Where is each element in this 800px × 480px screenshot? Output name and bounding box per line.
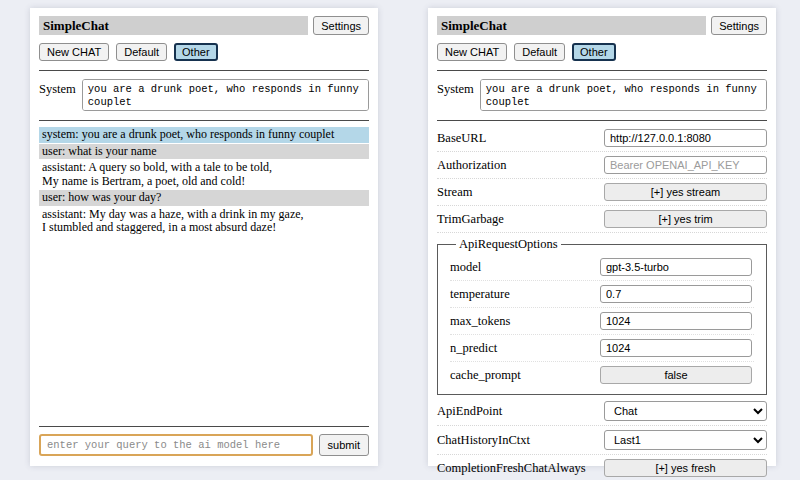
message-assistant: assistant: My day was a haze, with a dri…	[39, 207, 369, 236]
tab-default[interactable]: Default	[514, 43, 565, 61]
setting-label: ChatHistoryInCtxt	[437, 433, 530, 448]
fieldset-legend: ApiRequestOptions	[456, 237, 561, 252]
system-label: System	[437, 79, 474, 97]
system-label: System	[39, 79, 76, 97]
screenshot-stage: SimpleChat Settings New CHAT Default Oth…	[0, 0, 800, 480]
tab-new-chat[interactable]: New CHAT	[437, 43, 507, 61]
tab-other[interactable]: Other	[174, 43, 218, 61]
divider	[39, 120, 369, 121]
n-predict-input[interactable]	[600, 339, 752, 357]
session-tabs: New CHAT Default Other	[39, 43, 369, 61]
setting-label: BaseURL	[437, 131, 486, 146]
setting-model: model	[450, 254, 754, 281]
completion-fresh-toggle-button[interactable]: [+] yes fresh	[604, 459, 767, 477]
setting-completion-fresh: CompletionFreshChatAlways [+] yes fresh	[437, 455, 767, 480]
setting-baseurl: BaseURL	[437, 125, 767, 152]
chat-panel: SimpleChat Settings New CHAT Default Oth…	[30, 8, 378, 466]
app-title: SimpleChat	[39, 16, 308, 35]
setting-label: model	[450, 260, 481, 275]
chat-history-select[interactable]: Last1	[604, 430, 767, 450]
setting-label: max_tokens	[450, 314, 510, 329]
divider	[437, 70, 767, 71]
setting-label: ApiEndPoint	[437, 404, 502, 419]
session-tabs: New CHAT Default Other	[437, 43, 767, 61]
settings-form: BaseURL Authorization Stream [+] yes str…	[437, 125, 767, 480]
settings-button[interactable]: Settings	[313, 16, 369, 35]
chat-messages: system: you are a drunk poet, who respon…	[39, 127, 369, 237]
setting-chat-history-in-ctxt: ChatHistoryInCtxt Last1	[437, 426, 767, 455]
query-row: submit	[39, 429, 369, 458]
title-bar: SimpleChat Settings	[39, 16, 369, 35]
setting-label: Authorization	[437, 158, 506, 173]
settings-button[interactable]: Settings	[711, 16, 767, 35]
api-endpoint-select[interactable]: Chat	[604, 401, 767, 421]
submit-button[interactable]: submit	[319, 434, 369, 456]
setting-stream: Stream [+] yes stream	[437, 179, 767, 206]
setting-api-endpoint: ApiEndPoint Chat	[437, 397, 767, 426]
system-prompt-input[interactable]: you are a drunk poet, who responds in fu…	[82, 79, 369, 111]
temperature-input[interactable]	[600, 285, 752, 303]
system-prompt-input[interactable]: you are a drunk poet, who responds in fu…	[480, 79, 767, 111]
setting-label: n_predict	[450, 341, 497, 356]
setting-label: Stream	[437, 185, 472, 200]
setting-temperature: temperature	[450, 281, 754, 308]
tab-default[interactable]: Default	[116, 43, 167, 61]
title-bar: SimpleChat Settings	[437, 16, 767, 35]
setting-cache-prompt: cache_prompt false	[450, 362, 754, 388]
setting-label: CompletionFreshChatAlways	[437, 461, 586, 476]
system-prompt-row: System you are a drunk poet, who respond…	[437, 73, 767, 118]
setting-trimgarbage: TrimGarbage [+] yes trim	[437, 206, 767, 233]
divider	[39, 426, 369, 427]
setting-label: cache_prompt	[450, 368, 521, 383]
api-request-options-fieldset: ApiRequestOptions model temperature max_…	[437, 237, 767, 395]
tab-new-chat[interactable]: New CHAT	[39, 43, 109, 61]
system-prompt-row: System you are a drunk poet, who respond…	[39, 73, 369, 118]
message-user: user: how was your day?	[39, 190, 369, 206]
query-input[interactable]	[39, 434, 313, 456]
setting-max-tokens: max_tokens	[450, 308, 754, 335]
setting-authorization: Authorization	[437, 152, 767, 179]
settings-panel: SimpleChat Settings New CHAT Default Oth…	[428, 8, 776, 466]
authorization-input[interactable]	[604, 156, 767, 174]
stream-toggle-button[interactable]: [+] yes stream	[604, 183, 767, 201]
message-system: system: you are a drunk poet, who respon…	[39, 127, 369, 143]
baseurl-input[interactable]	[604, 129, 767, 147]
setting-label: TrimGarbage	[437, 212, 504, 227]
model-input[interactable]	[600, 258, 752, 276]
divider	[437, 120, 767, 121]
message-assistant: assistant: A query so bold, with a tale …	[39, 160, 369, 189]
tab-other[interactable]: Other	[572, 43, 616, 61]
divider	[39, 70, 369, 71]
max-tokens-input[interactable]	[600, 312, 752, 330]
trimgarbage-toggle-button[interactable]: [+] yes trim	[604, 210, 767, 228]
cache-prompt-toggle-button[interactable]: false	[600, 366, 752, 384]
spacer	[39, 237, 369, 425]
setting-label: temperature	[450, 287, 510, 302]
message-user: user: what is your name	[39, 144, 369, 160]
app-title: SimpleChat	[437, 16, 706, 35]
setting-n-predict: n_predict	[450, 335, 754, 362]
